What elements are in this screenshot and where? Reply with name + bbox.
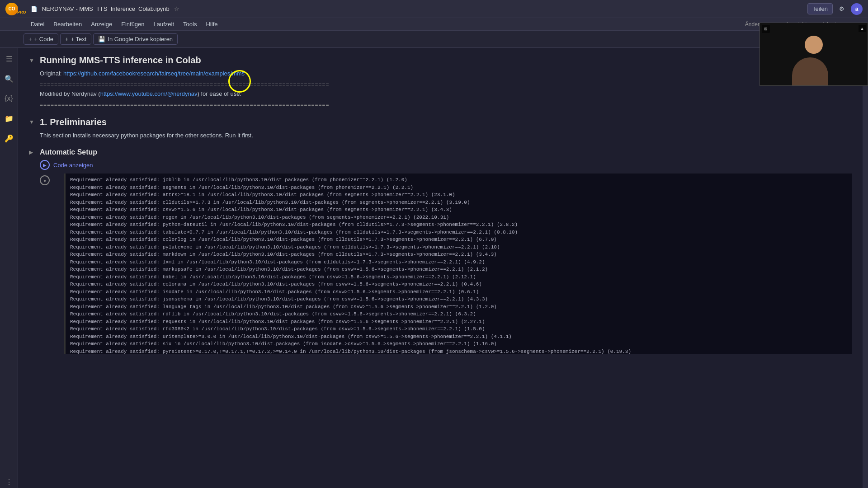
drive-label: In Google Drive kopieren (108, 36, 173, 42)
menu-laufzeit[interactable]: Laufzeit (150, 19, 178, 29)
code-toggle[interactable]: ▶ Code anzeigen (40, 160, 852, 170)
menu-einfuegen[interactable]: Einfügen (118, 19, 148, 29)
text-plus-icon: + (65, 36, 69, 42)
output-line: Requirement already satisfied: isodate i… (70, 288, 847, 296)
output-line: Requirement already satisfied: attrs>=18… (70, 191, 847, 199)
output-line: Requirement already satisfied: segments … (70, 184, 847, 192)
output-line: Requirement already satisfied: csvw>=1.5… (70, 206, 847, 214)
code-label: + Code (34, 36, 53, 42)
notebook-content: ▼ Running MMS-TTS inference in Colab Ori… (18, 48, 863, 488)
main-layout: ☰ 🔍 {x} 📁 🔑 ⋮ ▼ Running MMS-TTS inferenc… (0, 48, 868, 488)
drive-icon: 💾 (98, 36, 105, 42)
sidebar-search-icon[interactable]: 🔍 (3, 72, 15, 85)
video-overlay: ⊠ ▲ (760, 23, 868, 86)
output-line: Requirement already satisfied: colorlog … (70, 236, 847, 244)
output-line: Requirement already satisfied: lxml in /… (70, 258, 847, 266)
menu-tools[interactable]: Tools (179, 19, 200, 29)
main-section-title: Running MMS-TTS inference in Colab (40, 55, 201, 66)
output-line: Requirement already satisfied: rfc3986<2… (70, 325, 847, 333)
pro-badge: PRO (17, 10, 26, 14)
original-link[interactable]: https://github.com/facebookresearch/fair… (63, 70, 245, 77)
settings-button[interactable]: ⚙ (839, 5, 844, 12)
left-sidebar: ☰ 🔍 {x} 📁 🔑 ⋮ (0, 48, 18, 488)
separator-1: ========================================… (29, 81, 852, 88)
run-indicator[interactable]: ▶ (40, 160, 50, 170)
output-line: Requirement already satisfied: rdflib in… (70, 310, 847, 318)
add-text-button[interactable]: + + Text (60, 33, 91, 45)
sidebar-files-icon[interactable]: 📁 (3, 112, 15, 125)
modified-suffix: ) for ease of use. (197, 90, 241, 97)
menu-bearbeiten[interactable]: Bearbeiten (50, 19, 85, 29)
video-controls: ⊠ (762, 25, 770, 33)
output-area[interactable]: Requirement already satisfied: joblib in… (64, 174, 852, 354)
collapse-arrow-auto: ▶ (29, 149, 36, 155)
section1-description: This section installs necessary python p… (29, 131, 852, 141)
toolbar: + + Code + + Text 💾 In Google Drive kopi… (0, 31, 868, 48)
output-line: Requirement already satisfied: tabulate>… (70, 229, 847, 236)
menu-bar: Datei Bearbeiten Anzeige Einfügen Laufze… (0, 18, 868, 31)
add-code-button[interactable]: + + Code (24, 33, 58, 45)
code-toggle-label: Code anzeigen (53, 162, 93, 169)
right-scrollbar[interactable] (863, 48, 868, 488)
done-indicator: ● (40, 175, 50, 185)
output-line: Requirement already satisfied: uritempla… (70, 333, 847, 341)
menu-hilfe[interactable]: Hilfe (202, 19, 221, 29)
output-container: ● Requirement already satisfied: joblib … (29, 174, 852, 354)
code-cell: ▶ Code anzeigen (29, 160, 852, 170)
output-line: Requirement already satisfied: requests … (70, 318, 847, 326)
modified-link[interactable]: https://www.youtube.com/@nerdynav (100, 90, 198, 97)
collapse-arrow-main: ▼ (29, 57, 36, 64)
output-line: Requirement already satisfied: markdown … (70, 251, 847, 258)
output-line: Requirement already satisfied: babel in … (70, 273, 847, 281)
output-line: Requirement already satisfied: pyrsisten… (70, 348, 847, 355)
original-text: Original: https://github.com/facebookres… (29, 69, 852, 79)
star-icon[interactable]: ☆ (174, 5, 179, 12)
video-ctrl-1[interactable]: ⊠ (762, 25, 770, 33)
output-line: Requirement already satisfied: six in /u… (70, 340, 847, 348)
avatar[interactable]: a (851, 3, 863, 15)
file-name: NERDYNAV - MMS_TTS_Inference_Colab.ipynb (42, 5, 170, 12)
output-line: Requirement already satisfied: colorama … (70, 281, 847, 288)
sidebar-variables-icon[interactable]: {x} (3, 92, 15, 105)
sidebar-bottom-icon[interactable]: ⋮ (3, 475, 15, 488)
modified-text: Modified by Nerdynav (https://www.youtub… (29, 89, 852, 99)
top-actions: Teilen ⚙ a (807, 3, 863, 15)
output-line: Requirement already satisfied: clldutils… (70, 199, 847, 206)
collapse-arrow-1: ▼ (29, 119, 36, 125)
section1-title: 1. Preliminaries (40, 117, 107, 127)
auto-setup-header[interactable]: ▶ Automatic Setup (29, 148, 852, 156)
sidebar-menu-icon[interactable]: ☰ (3, 52, 15, 65)
share-button[interactable]: Teilen (807, 3, 833, 14)
drive-copy-button[interactable]: 💾 In Google Drive kopieren (93, 33, 178, 45)
output-line: Requirement already satisfied: markupsaf… (70, 266, 847, 273)
separator-2: ========================================… (29, 102, 852, 108)
section1-header[interactable]: ▼ 1. Preliminaries (29, 117, 852, 127)
modified-prefix: Modified by Nerdynav ( (40, 90, 100, 97)
menu-anzeige[interactable]: Anzeige (87, 19, 116, 29)
video-feed (760, 23, 868, 85)
auto-setup-title: Automatic Setup (40, 148, 97, 156)
video-minimize-button[interactable]: ▲ (859, 25, 866, 32)
menu-datei[interactable]: Datei (27, 19, 48, 29)
main-section-header[interactable]: ▼ Running MMS-TTS inference in Colab (29, 55, 852, 66)
sidebar-secrets-icon[interactable]: 🔑 (3, 132, 15, 145)
top-bar: CO PRO 📄 NERDYNAV - MMS_TTS_Inference_Co… (0, 0, 868, 18)
original-label: Original: (40, 70, 61, 77)
logo-area: CO PRO (5, 3, 26, 15)
text-label: + Text (71, 36, 86, 42)
file-icon: 📄 (31, 6, 38, 12)
plus-icon: + (28, 36, 32, 42)
output-line: Requirement already satisfied: language-… (70, 303, 847, 311)
colab-logo[interactable]: CO (5, 3, 18, 15)
output-line: Requirement already satisfied: jsonschem… (70, 296, 847, 303)
output-line: Requirement already satisfied: joblib in… (70, 176, 847, 184)
output-line: Requirement already satisfied: python-da… (70, 221, 847, 229)
output-line: Requirement already satisfied: pylatexen… (70, 244, 847, 251)
output-line: Requirement already satisfied: regex in … (70, 214, 847, 221)
